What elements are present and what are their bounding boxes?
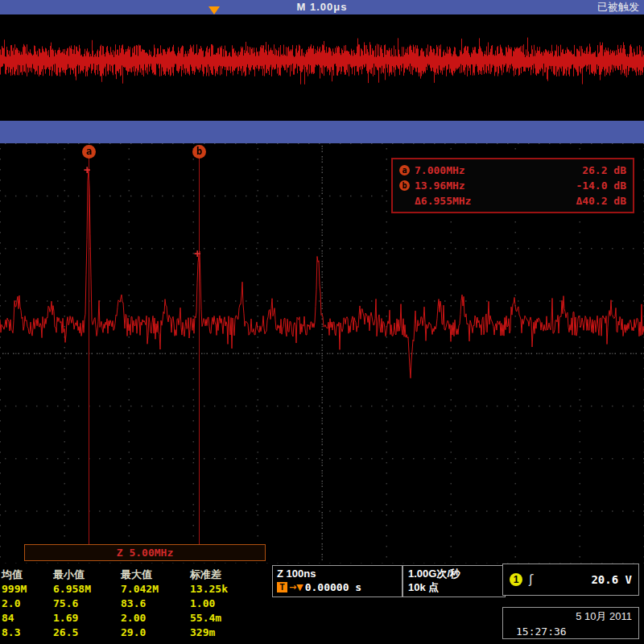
- datetime-box: 5 10月 2011 15:27:36: [502, 607, 639, 639]
- meas-value: 29.0: [121, 625, 190, 640]
- cursor-a-badge-icon: a: [399, 165, 410, 175]
- panel-divider: [0, 121, 644, 143]
- time-domain-waveform: [0, 14, 644, 121]
- meas-header-min: 最小值: [53, 568, 121, 582]
- meas-value: 999M: [2, 582, 53, 597]
- meas-header-max: 最大值: [121, 568, 190, 582]
- trigger-level-value: 20.6 V: [591, 573, 632, 586]
- cursor-delta-level: Δ40.2 dB: [576, 195, 626, 207]
- meas-value: 2.00: [121, 611, 190, 625]
- meas-value: 6.958M: [53, 582, 121, 597]
- meas-value: 84: [2, 611, 53, 625]
- trigger-channel-badge: 1: [510, 573, 522, 586]
- trigger-position-marker-icon[interactable]: [208, 6, 220, 14]
- math-channel-scale-label[interactable]: Z 5.00MHz: [24, 544, 266, 561]
- cursor-a-label[interactable]: a: [82, 145, 96, 159]
- trigger-t-icon: T: [277, 582, 287, 592]
- cursor-b-level: -14.0 dB: [576, 180, 626, 192]
- meas-value: 13.25k: [190, 582, 264, 597]
- bottom-bar: 均值 最小值 最大值 标准差 999M 6.958M 7.042M 13.25k…: [0, 564, 644, 644]
- record-length-label: 10k 点: [408, 580, 500, 594]
- acquisition-info-box: 1.00G次/秒 10k 点: [402, 565, 506, 597]
- meas-value: 75.6: [53, 597, 121, 611]
- meas-value: 55.4m: [190, 611, 264, 625]
- cursor-delta-frequency: Δ6.955MHz: [415, 195, 519, 207]
- cursor-readout-panel: a 7.000MHz 26.2 dB b 13.96MHz -14.0 dB Δ…: [391, 158, 634, 213]
- cursor-a-crosshair-icon: +: [84, 164, 90, 175]
- cursor-b-crosshair-icon: +: [194, 248, 200, 259]
- trigger-slope-icon: ʃ: [529, 573, 533, 586]
- horizontal-position-value: 0.00000 s: [305, 580, 361, 594]
- meas-value: 26.5: [53, 625, 121, 640]
- cursor-b-line[interactable]: [199, 156, 200, 547]
- cursor-a-readout-row: a 7.000MHz 26.2 dB: [399, 163, 626, 178]
- meas-value: 329m: [190, 625, 264, 640]
- oscilloscope-screen: M 1.00μs 已被触发 a b + + a 7.000MHz 26.2 dB…: [0, 0, 644, 644]
- cursor-b-label[interactable]: b: [192, 145, 206, 159]
- meas-value: 1.69: [53, 611, 121, 625]
- cursor-a-frequency: 7.000MHz: [415, 164, 519, 176]
- horizontal-position-row: T →▼ 0.00000 s: [277, 580, 398, 594]
- date-label: 5 10月 2011: [510, 609, 632, 624]
- meas-value: 7.042M: [121, 582, 190, 597]
- horizontal-info-box: Z 100ns T →▼ 0.00000 s: [272, 565, 402, 597]
- sample-rate-label: 1.00G次/秒: [408, 567, 500, 580]
- cursor-a-line[interactable]: [89, 156, 89, 547]
- meas-header-mean: 均值: [2, 568, 53, 582]
- zoom-timebase-label: Z 100ns: [277, 567, 398, 580]
- cursor-b-readout-row: b 13.96MHz -14.0 dB: [399, 178, 626, 193]
- cursor-delta-readout-row: Δ6.955MHz Δ40.2 dB: [399, 193, 626, 208]
- trigger-info-box: 1 ʃ 20.6 V: [502, 564, 639, 596]
- measurement-table: 均值 最小值 最大值 标准差 999M 6.958M 7.042M 13.25k…: [2, 568, 264, 640]
- cursor-b-badge-icon: b: [399, 180, 410, 191]
- cursor-b-frequency: 13.96MHz: [415, 180, 519, 192]
- meas-value: 8.3: [2, 625, 53, 640]
- cursor-a-level: 26.2 dB: [582, 164, 626, 176]
- meas-value: 2.0: [2, 597, 53, 611]
- meas-value: 1.00: [190, 597, 264, 611]
- spectrum-area: a b + + a 7.000MHz 26.2 dB b 13.96MHz -1…: [0, 143, 644, 564]
- trigger-status-label: 已被触发: [597, 0, 639, 14]
- top-status-bar: M 1.00μs 已被触发: [0, 0, 644, 14]
- meas-value: 83.6: [121, 597, 190, 611]
- time-label: 15:27:36: [510, 624, 632, 639]
- meas-header-stddev: 标准差: [190, 568, 264, 582]
- position-arrows-icon: →▼: [289, 582, 303, 592]
- main-timebase-label: M 1.00μs: [0, 0, 644, 14]
